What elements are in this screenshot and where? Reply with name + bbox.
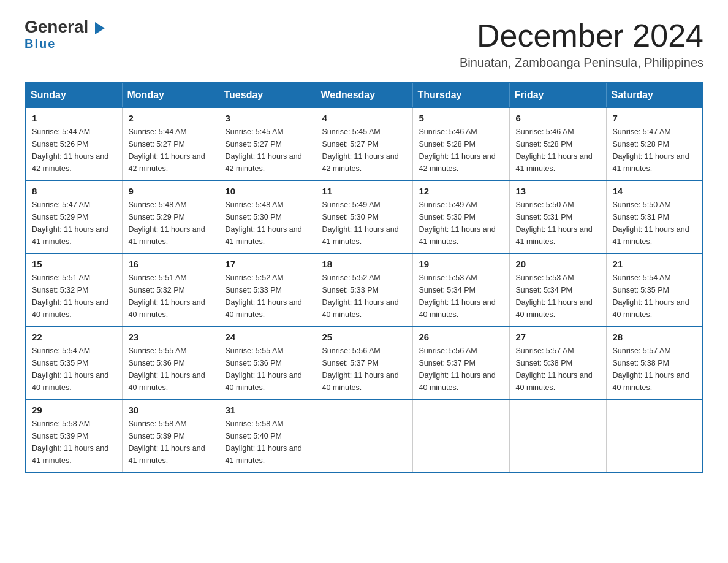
calendar-cell: 17 Sunrise: 5:52 AMSunset: 5:33 PMDaylig…: [219, 253, 316, 326]
calendar-week-row: 8 Sunrise: 5:47 AMSunset: 5:29 PMDayligh…: [25, 180, 703, 253]
calendar-week-row: 15 Sunrise: 5:51 AMSunset: 5:32 PMDaylig…: [25, 253, 703, 326]
day-number: 14: [613, 186, 697, 196]
calendar-cell: 13 Sunrise: 5:50 AMSunset: 5:31 PMDaylig…: [509, 180, 606, 253]
weekday-header-sunday: Sunday: [25, 83, 122, 107]
page-header: General Blue December 2024 Binuatan, Zam…: [25, 18, 703, 70]
calendar-cell: 15 Sunrise: 5:51 AMSunset: 5:32 PMDaylig…: [25, 253, 122, 326]
calendar-cell: 4 Sunrise: 5:45 AMSunset: 5:27 PMDayligh…: [316, 107, 412, 180]
calendar-cell: 24 Sunrise: 5:55 AMSunset: 5:36 PMDaylig…: [219, 326, 316, 399]
calendar-cell: 28 Sunrise: 5:57 AMSunset: 5:38 PMDaylig…: [606, 326, 703, 399]
day-number: 16: [129, 259, 213, 269]
calendar-cell: 11 Sunrise: 5:49 AMSunset: 5:30 PMDaylig…: [316, 180, 412, 253]
weekday-header-wednesday: Wednesday: [316, 83, 412, 107]
calendar-week-row: 22 Sunrise: 5:54 AMSunset: 5:35 PMDaylig…: [25, 326, 703, 399]
day-info: Sunrise: 5:57 AMSunset: 5:38 PMDaylight:…: [613, 347, 689, 392]
calendar-cell: 8 Sunrise: 5:47 AMSunset: 5:29 PMDayligh…: [25, 180, 122, 253]
day-number: 10: [226, 186, 309, 196]
calendar-cell: 10 Sunrise: 5:48 AMSunset: 5:30 PMDaylig…: [219, 180, 316, 253]
weekday-header-tuesday: Tuesday: [219, 83, 316, 107]
calendar-cell: 18 Sunrise: 5:52 AMSunset: 5:33 PMDaylig…: [316, 253, 412, 326]
calendar-cell: 23 Sunrise: 5:55 AMSunset: 5:36 PMDaylig…: [122, 326, 219, 399]
day-info: Sunrise: 5:58 AMSunset: 5:39 PMDaylight:…: [32, 419, 108, 465]
calendar-week-row: 1 Sunrise: 5:44 AMSunset: 5:26 PMDayligh…: [25, 107, 703, 180]
calendar-cell: 12 Sunrise: 5:49 AMSunset: 5:30 PMDaylig…: [412, 180, 509, 253]
calendar-cell: 9 Sunrise: 5:48 AMSunset: 5:29 PMDayligh…: [122, 180, 219, 253]
day-number: 29: [32, 405, 116, 415]
day-info: Sunrise: 5:58 AMSunset: 5:40 PMDaylight:…: [226, 419, 302, 465]
weekday-header-thursday: Thursday: [412, 83, 509, 107]
day-number: 24: [226, 332, 309, 342]
day-number: 31: [226, 405, 309, 415]
day-number: 23: [129, 332, 213, 342]
day-number: 18: [322, 259, 406, 269]
day-number: 27: [516, 332, 600, 342]
day-info: Sunrise: 5:45 AMSunset: 5:27 PMDaylight:…: [226, 128, 302, 173]
day-number: 13: [516, 186, 600, 196]
day-info: Sunrise: 5:48 AMSunset: 5:30 PMDaylight:…: [226, 201, 302, 246]
day-info: Sunrise: 5:58 AMSunset: 5:39 PMDaylight:…: [129, 419, 205, 465]
logo-blue-text: Blue: [25, 37, 56, 51]
day-number: 30: [129, 405, 213, 415]
day-number: 19: [419, 259, 503, 269]
day-info: Sunrise: 5:56 AMSunset: 5:37 PMDaylight:…: [322, 347, 399, 392]
day-info: Sunrise: 5:44 AMSunset: 5:27 PMDaylight:…: [129, 128, 205, 173]
day-info: Sunrise: 5:55 AMSunset: 5:36 PMDaylight:…: [226, 347, 302, 392]
day-number: 8: [32, 186, 116, 196]
weekday-header-saturday: Saturday: [606, 83, 703, 107]
day-number: 20: [516, 259, 600, 269]
day-info: Sunrise: 5:48 AMSunset: 5:29 PMDaylight:…: [129, 201, 205, 246]
day-info: Sunrise: 5:46 AMSunset: 5:28 PMDaylight:…: [516, 128, 593, 173]
day-number: 26: [419, 332, 503, 342]
calendar-cell: [412, 399, 509, 472]
title-area: December 2024 Binuatan, Zamboanga Penins…: [460, 18, 703, 70]
day-info: Sunrise: 5:49 AMSunset: 5:30 PMDaylight:…: [419, 201, 496, 246]
day-number: 1: [32, 113, 116, 123]
day-number: 11: [322, 186, 406, 196]
calendar-cell: 20 Sunrise: 5:53 AMSunset: 5:34 PMDaylig…: [509, 253, 606, 326]
day-number: 5: [419, 113, 503, 123]
calendar-table: SundayMondayTuesdayWednesdayThursdayFrid…: [25, 82, 703, 473]
calendar-cell: [316, 399, 412, 472]
day-info: Sunrise: 5:46 AMSunset: 5:28 PMDaylight:…: [419, 128, 496, 173]
day-number: 7: [613, 113, 697, 123]
calendar-cell: 2 Sunrise: 5:44 AMSunset: 5:27 PMDayligh…: [122, 107, 219, 180]
calendar-cell: 19 Sunrise: 5:53 AMSunset: 5:34 PMDaylig…: [412, 253, 509, 326]
day-info: Sunrise: 5:52 AMSunset: 5:33 PMDaylight:…: [322, 274, 399, 319]
location-subtitle: Binuatan, Zamboanga Peninsula, Philippin…: [460, 56, 703, 70]
calendar-cell: [606, 399, 703, 472]
day-number: 4: [322, 113, 406, 123]
calendar-cell: 5 Sunrise: 5:46 AMSunset: 5:28 PMDayligh…: [412, 107, 509, 180]
logo-general-text: General: [25, 18, 105, 36]
calendar-cell: [509, 399, 606, 472]
calendar-cell: 14 Sunrise: 5:50 AMSunset: 5:31 PMDaylig…: [606, 180, 703, 253]
calendar-cell: 3 Sunrise: 5:45 AMSunset: 5:27 PMDayligh…: [219, 107, 316, 180]
day-info: Sunrise: 5:52 AMSunset: 5:33 PMDaylight:…: [226, 274, 302, 319]
day-info: Sunrise: 5:53 AMSunset: 5:34 PMDaylight:…: [516, 274, 593, 319]
logo: General Blue: [25, 18, 105, 51]
calendar-cell: 21 Sunrise: 5:54 AMSunset: 5:35 PMDaylig…: [606, 253, 703, 326]
day-number: 22: [32, 332, 116, 342]
day-info: Sunrise: 5:56 AMSunset: 5:37 PMDaylight:…: [419, 347, 496, 392]
day-number: 28: [613, 332, 697, 342]
day-info: Sunrise: 5:51 AMSunset: 5:32 PMDaylight:…: [129, 274, 205, 319]
day-number: 15: [32, 259, 116, 269]
svg-marker-0: [95, 22, 105, 34]
calendar-week-row: 29 Sunrise: 5:58 AMSunset: 5:39 PMDaylig…: [25, 399, 703, 472]
day-number: 25: [322, 332, 406, 342]
day-info: Sunrise: 5:44 AMSunset: 5:26 PMDaylight:…: [32, 128, 108, 173]
day-number: 2: [129, 113, 213, 123]
day-info: Sunrise: 5:47 AMSunset: 5:29 PMDaylight:…: [32, 201, 108, 246]
day-info: Sunrise: 5:54 AMSunset: 5:35 PMDaylight:…: [32, 347, 108, 392]
calendar-cell: 27 Sunrise: 5:57 AMSunset: 5:38 PMDaylig…: [509, 326, 606, 399]
day-info: Sunrise: 5:57 AMSunset: 5:38 PMDaylight:…: [516, 347, 593, 392]
day-info: Sunrise: 5:50 AMSunset: 5:31 PMDaylight:…: [516, 201, 593, 246]
calendar-cell: 29 Sunrise: 5:58 AMSunset: 5:39 PMDaylig…: [25, 399, 122, 472]
calendar-cell: 31 Sunrise: 5:58 AMSunset: 5:40 PMDaylig…: [219, 399, 316, 472]
day-info: Sunrise: 5:51 AMSunset: 5:32 PMDaylight:…: [32, 274, 108, 319]
calendar-cell: 26 Sunrise: 5:56 AMSunset: 5:37 PMDaylig…: [412, 326, 509, 399]
day-info: Sunrise: 5:47 AMSunset: 5:28 PMDaylight:…: [613, 128, 689, 173]
day-number: 17: [226, 259, 309, 269]
weekday-header-row: SundayMondayTuesdayWednesdayThursdayFrid…: [25, 83, 703, 107]
calendar-cell: 16 Sunrise: 5:51 AMSunset: 5:32 PMDaylig…: [122, 253, 219, 326]
day-number: 12: [419, 186, 503, 196]
